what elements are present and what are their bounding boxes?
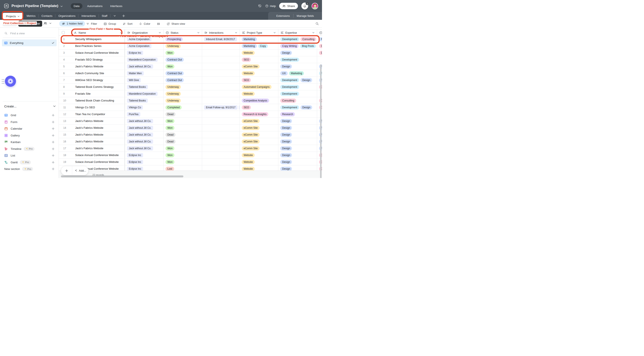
cell-organization[interactable]: Jack without Jill Co. — [125, 131, 163, 138]
cell-name[interactable]: Tattered Book Chain Consulting — [72, 97, 125, 104]
cell-interactions[interactable] — [202, 159, 240, 165]
cell-project-type[interactable]: eComm Site — [240, 131, 278, 138]
cell-name[interactable]: Fractals Site — [72, 90, 125, 97]
table-row[interactable]: 6Adtech Community SiteMatter MenContract… — [59, 70, 322, 77]
cell-interactions[interactable] — [202, 118, 240, 124]
create-section-header[interactable]: Create... — [4, 105, 56, 108]
cell-interactions[interactable] — [202, 84, 240, 90]
column-header-overflow[interactable] — [317, 30, 322, 36]
cell-name[interactable]: Jack's Fabrics Website — [72, 138, 125, 145]
cell-name[interactable]: Jack's Fabrics Website — [72, 145, 125, 152]
cell-expertise[interactable]: Design — [278, 145, 317, 152]
cell-expertise[interactable]: Design — [278, 118, 317, 124]
select-all-checkbox[interactable] — [62, 31, 65, 34]
create-item-calendar[interactable]: Calendar — [0, 125, 58, 132]
table-row[interactable]: 19Solace Annual Conference WebsiteEclips… — [59, 159, 322, 165]
cell-project-type[interactable]: eComm Site — [240, 138, 278, 145]
manage-fields-button[interactable]: Manage fields — [293, 14, 317, 18]
table-row[interactable]: 7WillGive SEO StrategyWill GiveContract … — [59, 77, 322, 84]
cell-expertise[interactable]: Design — [278, 131, 317, 138]
cell-expertise[interactable]: Design — [278, 152, 317, 158]
cell-project-type[interactable]: eComm Site — [240, 125, 278, 131]
cell-status[interactable]: Contract Out — [163, 77, 202, 83]
create-item-kanban[interactable]: Kanban — [0, 139, 58, 146]
user-avatar[interactable] — [312, 3, 318, 9]
create-item-list[interactable]: List — [0, 152, 58, 159]
cell-organization[interactable]: Jack without Jill Co. — [125, 145, 163, 152]
cell-status[interactable]: Dead — [163, 138, 202, 145]
add-table-button[interactable] — [119, 12, 128, 20]
sidebar-view-everything[interactable]: Everything — [2, 40, 57, 46]
cell-project-type[interactable]: Automated Campaigns — [240, 84, 278, 90]
cell-project-type[interactable]: eComm Site — [240, 63, 278, 70]
topnav-item-automations[interactable]: Automations — [84, 3, 106, 9]
table-row[interactable]: 13Jack's Fabrics WebsiteJack without Jil… — [59, 118, 322, 125]
cell-organization[interactable]: Jack without Jill Co. — [125, 63, 163, 70]
hidden-fields-button[interactable]: 1 hidden field — [59, 21, 85, 27]
topnav-item-interfaces[interactable]: Interfaces — [107, 3, 125, 9]
cell-interactions[interactable] — [202, 125, 240, 131]
cell-name[interactable]: Jack's Fabrics Website — [72, 118, 125, 124]
cell-project-type[interactable]: Competitive Analysis — [240, 97, 278, 104]
filter-button[interactable]: Filter — [86, 22, 97, 26]
cell-project-type[interactable]: Website — [240, 159, 278, 165]
table-tab-staff[interactable]: Staff — [99, 12, 110, 20]
cell-organization[interactable]: PureTea — [125, 111, 163, 118]
cell-name[interactable]: Jack's Fabrics Website — [72, 131, 125, 138]
cell-project-type[interactable]: Website — [240, 90, 278, 97]
table-row[interactable]: 3Solace Annual Conference WebsiteEclipse… — [59, 50, 322, 56]
title-chevron-down-icon[interactable] — [60, 5, 63, 8]
column-header-project-type[interactable]: Project Type — [240, 30, 278, 36]
cell-project-type[interactable]: Website — [240, 50, 278, 56]
cell-organization[interactable]: Jack without Jill Co. — [125, 138, 163, 145]
cell-interactions[interactable]: Email Follow-up, 9/1/2017E — [202, 104, 240, 111]
cell-status[interactable]: Lost — [163, 165, 202, 171]
cell-overflow[interactable]: Di — [317, 43, 322, 49]
color-button[interactable]: Color — [139, 22, 150, 26]
cell-name[interactable]: Solace Annual Conference Website — [72, 50, 125, 56]
cell-name[interactable]: Titan Tea Inc Competitor — [72, 111, 125, 118]
column-header-interactions[interactable]: Interactions — [202, 30, 240, 36]
table-row[interactable]: 5Jack's Fabrics WebsiteJack without Jill… — [59, 63, 322, 70]
cell-status[interactable]: Dead — [163, 131, 202, 138]
cell-status[interactable]: Won — [163, 152, 202, 158]
search-icon[interactable] — [315, 22, 319, 26]
cell-expertise[interactable]: DevelopmentDesign — [278, 104, 317, 111]
cell-project-type[interactable]: eComm Site — [240, 118, 278, 124]
cell-status[interactable]: Won — [163, 63, 202, 70]
cell-status[interactable]: Dead — [163, 111, 202, 118]
cell-project-type[interactable]: Research & Insights — [240, 111, 278, 118]
table-row[interactable]: 9Fractals SiteMandelbrot CorporationUnde… — [59, 90, 322, 97]
cell-organization[interactable]: Eclipse Inc — [125, 165, 163, 171]
cell-name[interactable]: Vikings Co SEO — [72, 104, 125, 111]
table-row[interactable]: 8Tattered Book Comms StrategyTattered Bo… — [59, 84, 322, 90]
cell-interactions[interactable] — [202, 165, 240, 171]
cell-expertise[interactable]: Development — [278, 90, 317, 97]
table-row[interactable]: 14Jack's Fabrics WebsiteJack without Jil… — [59, 125, 322, 131]
cell-interactions[interactable] — [202, 152, 240, 158]
table-row[interactable]: 16Jack's Fabrics WebsiteJack without Jil… — [59, 138, 322, 145]
cell-interactions[interactable] — [202, 145, 240, 152]
cell-organization[interactable]: Tattered Books — [125, 84, 163, 90]
column-header-status[interactable]: Status — [163, 30, 202, 36]
cell-name[interactable]: Solace Annual Conference Website — [72, 159, 125, 165]
cell-project-type[interactable]: SEO — [240, 77, 278, 83]
cell-interactions[interactable] — [202, 63, 240, 70]
table-tab-organizations[interactable]: Organizations — [55, 12, 78, 20]
cell-overflow[interactable]: Di — [317, 50, 322, 56]
cell-project-type[interactable]: SEO — [240, 56, 278, 63]
sort-button[interactable]: Sort — [122, 22, 132, 26]
cell-status[interactable]: Underway — [163, 84, 202, 90]
cell-name[interactable]: Adtech Community Site — [72, 70, 125, 77]
cell-expertise[interactable]: Design — [278, 50, 317, 56]
cell-expertise[interactable]: UXMarketing — [278, 70, 317, 77]
history-icon[interactable] — [258, 4, 262, 8]
cell-interactions[interactable] — [202, 90, 240, 97]
notifications-button[interactable]: 1 — [301, 3, 308, 9]
create-item-form[interactable]: Form — [0, 119, 58, 126]
cell-expertise[interactable]: Consulting — [278, 97, 317, 104]
cell-interactions[interactable] — [202, 97, 240, 104]
cell-status[interactable]: Won — [163, 125, 202, 131]
table-row[interactable]: 4Fractals SEO StrategyMandelbrot Corpora… — [59, 56, 322, 63]
add-record-button[interactable] — [61, 166, 72, 175]
